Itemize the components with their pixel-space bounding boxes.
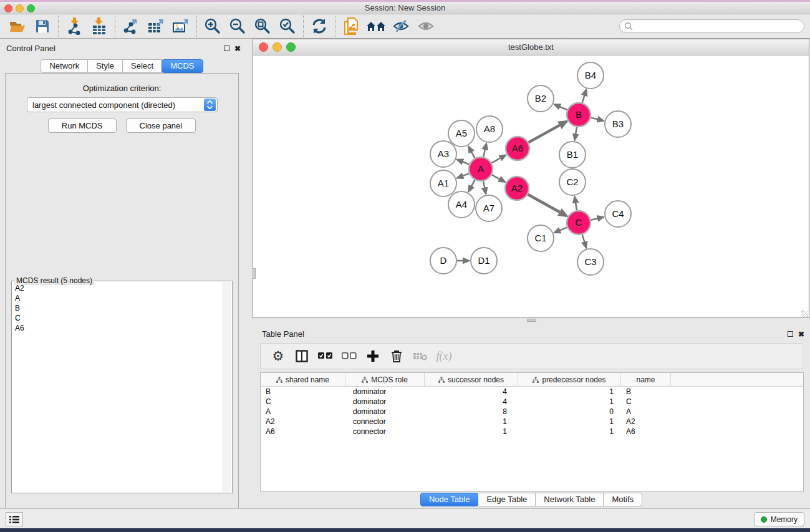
graph-node-B1[interactable]: B1 [559,142,586,168]
graph-node-A7[interactable]: A7 [476,195,502,221]
column-header-shared-name[interactable]: shared name [261,373,345,386]
network-canvas[interactable]: B4B2BB3A8A5A6A3B1AC2A1A2A4A7C4CC1DD1C3 [253,56,809,317]
graph-node-A1[interactable]: A1 [430,170,456,196]
result-list-item[interactable]: A6 [12,323,223,333]
graph-node-C1[interactable]: C1 [528,225,554,251]
graph-node-B[interactable]: B [567,103,591,127]
cell-successors: 1 [425,417,518,427]
svg-text:A3: A3 [438,148,449,159]
tab-mcds[interactable]: MCDS [162,59,203,73]
canvas-splitter-handle-bottom[interactable] [527,319,536,322]
graph-node-A[interactable]: A [469,157,493,181]
criterion-dropdown[interactable]: largest connected component (directed) [27,97,218,112]
apply-layout-button[interactable] [307,16,332,37]
export-network-button[interactable] [118,16,143,37]
tab-select[interactable]: Select [122,59,162,73]
tab-node-table[interactable]: Node Table [420,493,479,506]
result-list-item[interactable]: A [12,293,223,303]
graph-node-B4[interactable]: B4 [577,62,604,89]
tab-motifs[interactable]: Motifs [603,493,642,506]
table-row[interactable]: Bdominator41B [261,387,803,397]
tab-network-table[interactable]: Network Table [535,493,604,506]
close-table-panel-button[interactable]: ✖ [797,330,806,338]
graph-node-C[interactable]: C [567,211,591,235]
graph-node-B2[interactable]: B2 [528,85,554,112]
float-table-panel-button[interactable] [786,330,794,338]
tab-style[interactable]: Style [87,59,123,73]
search-input[interactable] [633,21,804,32]
cell-successors: 4 [425,397,518,407]
task-history-button[interactable] [6,512,23,526]
graph-node-C3[interactable]: C3 [577,249,604,275]
zoom-window-button[interactable] [27,4,35,12]
first-neighbors-button[interactable] [364,16,388,37]
table-row[interactable]: A2connector11A2 [261,417,803,427]
graph-node-A6[interactable]: A6 [506,137,529,160]
table-row[interactable]: Cdominator41C [261,397,803,407]
tab-network[interactable]: Network [41,59,88,73]
cell-name: C [621,397,671,407]
memory-button[interactable]: Memory [754,512,804,526]
cell-shared_name: C [261,397,345,407]
close-panel-button[interactable]: ✖ [233,44,242,52]
deselect-all-columns-button[interactable] [337,346,361,367]
table-panel: Table Panel ✖ ⚙ [253,324,810,508]
show-all-button[interactable] [413,16,438,37]
minimize-window-button[interactable] [16,4,24,12]
cell-mcds_role: connector [345,427,425,437]
window-resize-grip[interactable] [801,310,808,317]
run-mcds-button[interactable]: Run MCDS [48,118,117,133]
graph-node-D1[interactable]: D1 [471,248,497,274]
save-session-button[interactable] [30,16,55,37]
tab-edge-table[interactable]: Edge Table [478,493,536,506]
graph-node-A4[interactable]: A4 [448,191,475,218]
zoom-in-button[interactable] [200,16,225,37]
refresh-icon [311,18,327,34]
table-body: Bdominator41BCdominator41CAdominator80AA… [261,387,803,437]
column-header-name[interactable]: name [621,373,671,386]
close-window-button[interactable] [4,4,12,12]
result-list-item[interactable]: A2 [12,283,223,293]
result-list-item[interactable]: B [12,303,223,313]
hide-selected-button[interactable] [388,16,413,37]
close-network-window-button[interactable] [259,42,268,52]
column-header-MCDS-role[interactable]: MCDS role [345,373,425,386]
float-panel-button[interactable] [222,44,231,52]
split-panel-mode-button[interactable] [290,346,314,367]
select-all-columns-button[interactable] [314,346,337,367]
graph-node-C4[interactable]: C4 [605,201,631,227]
graph-node-A5[interactable]: A5 [448,120,475,147]
import-network-button[interactable] [62,16,87,37]
export-image-button[interactable] [168,16,193,37]
graph-node-A2[interactable]: A2 [505,177,529,200]
cell-mcds_role: dominator [345,387,425,397]
column-header-predecessor-nodes[interactable]: predecessor nodes [518,373,621,386]
table-settings-button[interactable]: ⚙ [266,346,290,367]
graph-node-B3[interactable]: B3 [605,111,631,137]
canvas-splitter-handle-left[interactable] [253,268,256,279]
zoom-out-button[interactable] [225,16,250,37]
result-list-item[interactable]: C [12,313,223,323]
graph-node-A3[interactable]: A3 [430,141,456,167]
zoom-selected-button[interactable] [275,16,300,37]
result-scrollbar[interactable] [223,282,231,492]
column-header-successor-nodes[interactable]: successor nodes [425,373,518,386]
open-session-button[interactable] [5,16,30,37]
criterion-selected-value: largest connected component (directed) [27,100,204,110]
table-row[interactable]: Adominator80A [261,407,803,417]
new-network-from-selection-button[interactable] [339,16,364,37]
graph-node-A8[interactable]: A8 [476,116,503,142]
minimize-network-window-button[interactable] [272,42,282,52]
cell-name: A6 [621,427,671,437]
close-panel-action-button[interactable]: Close panel [126,118,196,133]
create-new-column-button[interactable] [361,346,385,367]
graph-node-C2[interactable]: C2 [559,169,586,195]
toolbar-separator [58,16,59,37]
zoom-fit-button[interactable] [250,16,275,37]
import-table-button[interactable] [87,16,112,37]
graph-node-D[interactable]: D [430,248,456,274]
export-table-button[interactable] [143,16,168,37]
table-row[interactable]: A6connector11A6 [261,427,803,437]
zoom-network-window-button[interactable] [286,42,296,52]
delete-columns-button[interactable] [385,346,408,367]
